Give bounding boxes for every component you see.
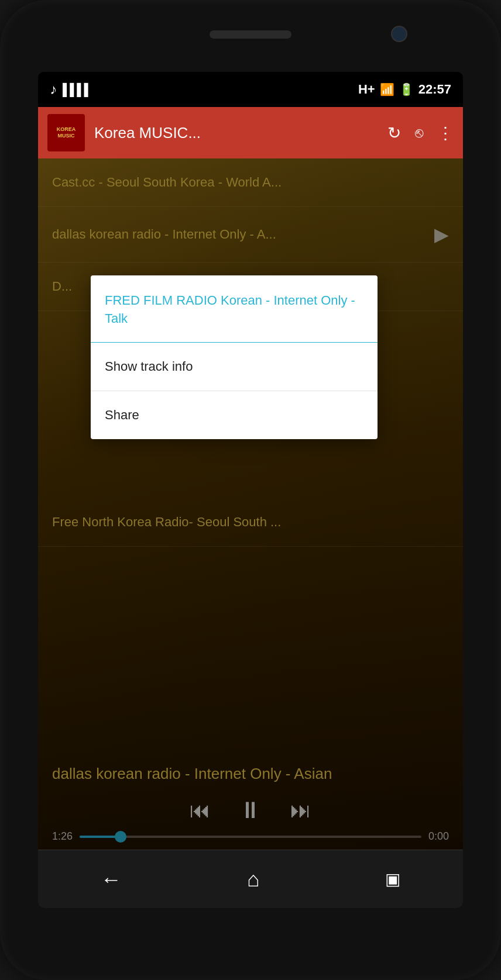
refresh-button[interactable]: ↻ <box>387 123 401 143</box>
phone-device: ♪ ▌▌▌▌ H+ 📶 🔋 22:57 KOREA MUSIC Korea MU… <box>0 0 501 980</box>
context-menu-title: FRED FILM RADIO Korean - Internet Only -… <box>105 293 355 326</box>
music-status-icon: ♪ <box>50 81 57 98</box>
network-type: H+ <box>358 82 375 97</box>
back-button[interactable]: ← <box>91 858 131 901</box>
battery-icon: 🔋 <box>399 82 414 96</box>
context-menu-header: FRED FILM RADIO Korean - Internet Only -… <box>91 275 378 343</box>
toolbar-actions: ↻ ⎋ ⋮ <box>387 123 454 143</box>
recent-button[interactable]: ▣ <box>376 860 410 898</box>
main-content: Cast.cc - Seoul South Korea - World A...… <box>38 158 463 850</box>
home-button[interactable]: ⌂ <box>238 858 269 901</box>
status-left: ♪ ▌▌▌▌ <box>50 81 91 98</box>
show-track-info-option[interactable]: Show track info <box>91 343 378 391</box>
context-menu: FRED FILM RADIO Korean - Internet Only -… <box>91 275 378 439</box>
status-bar: ♪ ▌▌▌▌ H+ 📶 🔋 22:57 <box>38 72 463 107</box>
camera <box>391 26 407 42</box>
app-title: Korea MUSIC... <box>94 124 387 142</box>
speaker <box>210 30 291 39</box>
status-right: H+ 📶 🔋 22:57 <box>358 82 451 97</box>
share-button[interactable]: ⎋ <box>415 125 423 141</box>
app-toolbar: KOREA MUSIC Korea MUSIC... ↻ ⎋ ⋮ <box>38 107 463 158</box>
app-logo: KOREA MUSIC <box>47 114 85 151</box>
phone-screen: ♪ ▌▌▌▌ H+ 📶 🔋 22:57 KOREA MUSIC Korea MU… <box>38 72 463 908</box>
signal-icon: 📶 <box>380 82 394 96</box>
more-button[interactable]: ⋮ <box>437 123 454 143</box>
nav-bar: ← ⌂ ▣ <box>38 850 463 908</box>
bars-status-icon: ▌▌▌▌ <box>63 83 91 96</box>
share-option[interactable]: Share <box>91 391 378 439</box>
clock: 22:57 <box>418 82 451 97</box>
app-logo-text: KOREA MUSIC <box>50 126 83 139</box>
context-overlay[interactable] <box>38 158 463 850</box>
